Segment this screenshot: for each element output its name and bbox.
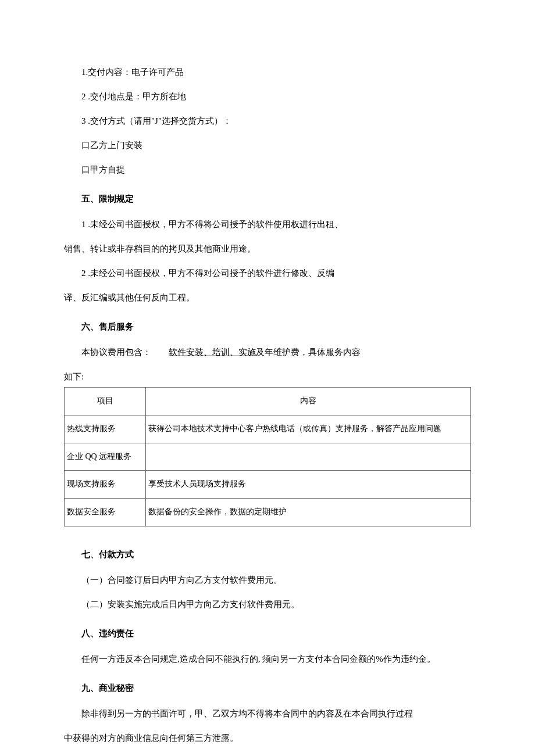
section9-p1-line2: 中获得的对方的商业信息向任何第三方泄露。 (64, 728, 471, 748)
section5-p2-line1: 2 .未经公司书面授权，甲方不得对公司授予的软件进行修改、反编 (64, 263, 471, 284)
table-cell-content: 数据备份的安全操作，数据的定期维护 (146, 499, 471, 526)
section7-p1: （一）合同签订后日内甲方向乙方支付软件费用元。 (64, 569, 471, 590)
section5-p1-line2: 销售、转让或非存档目的的拷贝及其他商业用途。 (64, 238, 471, 259)
table-row: 数据安全服务 数据备份的安全操作，数据的定期维护 (65, 499, 471, 526)
table-cell-content: 获得公司本地技术支持中心客户热线电话（或传真）支持服务，解答产品应用问题 (146, 415, 471, 443)
paragraph-option-onsite: 口乙方上门安装 (64, 135, 471, 156)
heading-section-8: 八、违约责任 (64, 623, 471, 644)
document-body: 1.交付内容：电子许可产品 2 .交付地点是：甲方所在地 3 .交付方式（请用"… (64, 62, 471, 756)
table-cell-content: 享受技术人员现场支持服务 (146, 471, 471, 499)
table-cell-item: 数据安全服务 (65, 499, 146, 526)
section9-p1-line1: 除非得到另一方的书面许可，甲、乙双方均不得将本合同中的内容及在本合同执行过程 (64, 703, 471, 724)
section8-p1: 任何一方违反本合同规定,造成合同不能执行的, 须向另一方支付本合同金额的%作为违… (64, 648, 471, 669)
table-row: 热线支持服务 获得公司本地技术支持中心客户热线电话（或传真）支持服务，解答产品应… (65, 415, 471, 443)
table-header-row: 项目 内容 (65, 388, 471, 415)
heading-section-9: 九、商业秘密 (64, 678, 471, 698)
section9-p2: 本合同一式份，甲乙双方各持份，经双方签字盖章后即行生效。 (64, 752, 471, 756)
section7-p2: （二）安装实施完成后日内甲方向乙方支付软件费用元。 (64, 594, 471, 615)
table-header-item: 项目 (65, 388, 146, 415)
section6-intro-underline: 软件安装、培训、实施 (169, 347, 256, 357)
table-cell-item: 现场支持服务 (65, 471, 146, 499)
table-row: 企业 QQ 远程服务 (65, 443, 471, 471)
paragraph-option-pickup: 口甲方自提 (64, 159, 471, 180)
table-header-content: 内容 (146, 388, 471, 415)
table-cell-item: 热线支持服务 (65, 415, 146, 443)
section5-p1-line1: 1 .未经公司书面授权，甲方不得将公司授予的软件使用权进行出租、 (64, 214, 471, 235)
table-cell-item: 企业 QQ 远程服务 (65, 443, 146, 471)
heading-section-7: 七、付款方式 (64, 544, 471, 565)
heading-section-6: 六、售后服务 (64, 316, 471, 337)
table-cell-content (146, 443, 471, 471)
service-table: 项目 内容 热线支持服务 获得公司本地技术支持中心客户热线电话（或传真）支持服务… (64, 387, 471, 526)
section6-before-table-label: 如下: (64, 372, 84, 381)
section6-intro-suffix: 及年维护费，具体服务内容 (256, 347, 361, 357)
paragraph-delivery-content: 1.交付内容：电子许可产品 (64, 62, 471, 83)
section5-p2-line2: 译、反汇编或其他任何反向工程。 (64, 287, 471, 308)
section6-before-table: 如下: (64, 366, 471, 387)
section6-intro: 本协议费用包含：软件安装、培训、实施及年维护费，具体服务内容 (64, 342, 471, 363)
section6-intro-prefix: 本协议费用包含： (81, 347, 151, 357)
table-row: 现场支持服务 享受技术人员现场支持服务 (65, 471, 471, 499)
paragraph-delivery-method: 3 .交付方式（请用"J"选择交货方式）： (64, 110, 471, 131)
heading-section-5: 五、限制规定 (64, 188, 471, 209)
paragraph-delivery-location: 2 .交付地点是：甲方所在地 (64, 86, 471, 107)
